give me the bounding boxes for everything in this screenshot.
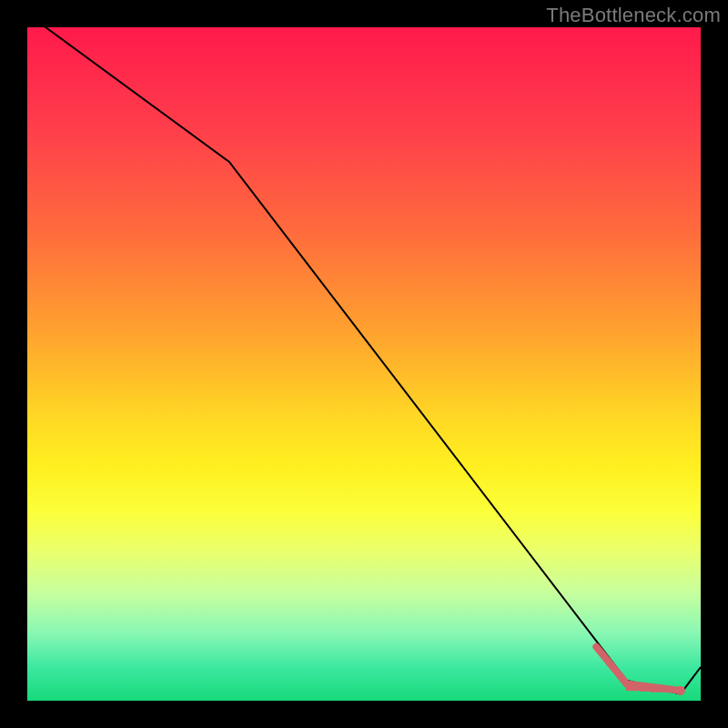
series-curve xyxy=(27,27,701,694)
highlight-dashes xyxy=(628,689,673,691)
chart-container: TheBottleneck.com xyxy=(0,0,728,728)
chart-svg xyxy=(27,27,701,701)
highlight-dot-marker xyxy=(676,686,685,695)
series-highlight-segment xyxy=(596,647,681,691)
watermark-text: TheBottleneck.com xyxy=(546,4,721,27)
